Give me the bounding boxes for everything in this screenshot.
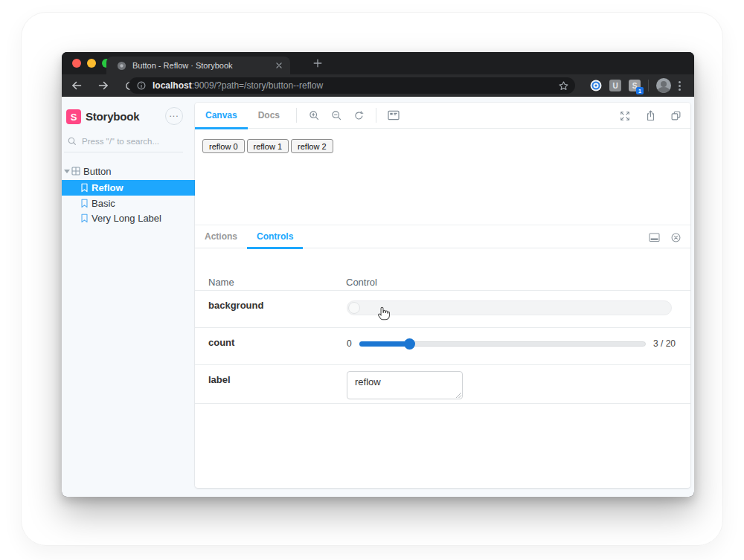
caret-down-icon[interactable] bbox=[64, 170, 70, 173]
sidebar-brand: S Storybook ... bbox=[62, 109, 195, 126]
screenshot-canvas: Button - Reflow · Storybook bbox=[0, 0, 744, 560]
sidebar-item-very-long-label[interactable]: Very Long Label bbox=[62, 210, 195, 225]
count-slider-thumb[interactable] bbox=[404, 338, 415, 350]
arg-name-count: count bbox=[208, 337, 234, 348]
tab-label: Controls bbox=[257, 231, 293, 242]
story-button-reflow-1[interactable]: reflow 1 bbox=[247, 139, 289, 153]
arg-name-label: label bbox=[208, 374, 231, 385]
browser-toolbar: localhost :9009/?path=/story/button--ref… bbox=[62, 74, 694, 97]
bookmark-icon bbox=[80, 183, 89, 193]
close-panel-icon[interactable] bbox=[670, 232, 682, 243]
range-value-label: 3 / 20 bbox=[653, 338, 676, 349]
browser-window: Button - Reflow · Storybook bbox=[62, 52, 694, 497]
tab-label: Docs bbox=[258, 110, 280, 120]
row-divider bbox=[195, 290, 690, 291]
sidebar-item-label: Very Long Label bbox=[92, 213, 161, 224]
ellipsis-icon: ... bbox=[169, 109, 179, 119]
search-input[interactable]: Press "/" to search... bbox=[62, 134, 195, 152]
tab-label: Actions bbox=[205, 231, 237, 242]
row-divider bbox=[195, 327, 690, 328]
sidebar-item-label: Reflow bbox=[92, 182, 124, 193]
arg-name-background: background bbox=[208, 300, 263, 311]
tab-label: Canvas bbox=[205, 110, 237, 120]
label-text-control[interactable]: reflow bbox=[347, 371, 463, 399]
bookmark-star-icon[interactable] bbox=[558, 80, 569, 91]
tab-actions[interactable]: Actions bbox=[195, 225, 247, 248]
zoom-reset-icon[interactable] bbox=[347, 103, 370, 129]
tab-close-icon[interactable] bbox=[274, 60, 284, 71]
zoom-in-icon[interactable] bbox=[303, 103, 325, 129]
url-bar[interactable]: localhost :9009/?path=/story/button--ref… bbox=[129, 77, 575, 94]
sidebar: S Storybook ... Press "/" to search... bbox=[62, 97, 195, 497]
tab-docs[interactable]: Docs bbox=[248, 103, 290, 129]
expand-icon[interactable] bbox=[616, 103, 634, 129]
browser-tab[interactable]: Button - Reflow · Storybook bbox=[106, 57, 290, 74]
sidebar-menu-button[interactable]: ... bbox=[165, 107, 183, 125]
column-header-control: Control bbox=[346, 277, 377, 288]
share-icon[interactable] bbox=[641, 103, 659, 129]
row-divider bbox=[195, 364, 690, 365]
background-addon-icon[interactable] bbox=[382, 103, 405, 129]
search-underline bbox=[64, 152, 183, 152]
count-slider-track[interactable] bbox=[359, 341, 646, 347]
component-icon bbox=[71, 167, 80, 176]
app-title: Storybook bbox=[86, 110, 139, 123]
background-color-control[interactable] bbox=[347, 300, 672, 315]
color-swatch[interactable] bbox=[348, 302, 360, 314]
sidebar-item-button[interactable]: Button bbox=[62, 163, 195, 179]
bookmark-icon bbox=[80, 213, 89, 223]
story-button-reflow-0[interactable]: reflow 0 bbox=[202, 139, 245, 153]
canvas-toolbar: Canvas Docs bbox=[195, 103, 690, 129]
toolbar-divider bbox=[296, 108, 297, 123]
extension-icon-1[interactable] bbox=[590, 80, 602, 91]
window-minimize-button[interactable] bbox=[87, 59, 96, 68]
panel-position-icon[interactable] bbox=[649, 233, 660, 242]
forward-icon[interactable] bbox=[97, 80, 109, 91]
tab-controls[interactable]: Controls bbox=[247, 225, 303, 248]
window-close-button[interactable] bbox=[72, 59, 81, 68]
copy-link-icon[interactable] bbox=[667, 103, 684, 129]
kebab-menu-icon[interactable] bbox=[679, 81, 681, 91]
story-button-reflow-2[interactable]: reflow 2 bbox=[291, 139, 333, 153]
window-controls bbox=[72, 59, 111, 68]
bookmark-icon bbox=[80, 199, 89, 208]
preview-card: Canvas Docs bbox=[195, 103, 690, 488]
tab-title: Button - Reflow · Storybook bbox=[132, 61, 269, 70]
profile-avatar[interactable] bbox=[656, 78, 671, 93]
extension-badge: 1 bbox=[636, 87, 644, 94]
search-placeholder: Press "/" to search... bbox=[82, 137, 159, 146]
back-icon[interactable] bbox=[71, 80, 83, 91]
extension-icon-s[interactable]: S 1 bbox=[629, 80, 641, 91]
storybook-logo: S bbox=[66, 109, 81, 124]
storybook-app: S Storybook ... Press "/" to search... bbox=[62, 97, 694, 497]
sidebar-item-label: Button bbox=[83, 166, 112, 177]
zoom-out-icon[interactable] bbox=[325, 103, 347, 129]
row-divider bbox=[195, 403, 690, 404]
column-header-name: Name bbox=[208, 277, 234, 288]
tab-favicon-icon bbox=[117, 61, 126, 71]
sidebar-item-label: Basic bbox=[92, 198, 115, 209]
extension-icon-u[interactable]: U bbox=[609, 80, 621, 91]
url-host: localhost bbox=[153, 80, 192, 91]
sidebar-item-basic[interactable]: Basic bbox=[62, 196, 195, 210]
new-tab-button[interactable] bbox=[312, 58, 323, 68]
toolbar-divider bbox=[376, 108, 376, 123]
browser-tab-bar: Button - Reflow · Storybook bbox=[62, 52, 694, 74]
search-icon bbox=[67, 136, 77, 147]
toolbar-divider bbox=[648, 80, 649, 91]
story-preview: reflow 0 reflow 1 reflow 2 bbox=[195, 129, 690, 225]
url-path: :9009/?path=/story/button--reflow bbox=[192, 80, 558, 91]
tab-canvas[interactable]: Canvas bbox=[195, 103, 248, 129]
extension-letter: U bbox=[612, 82, 618, 90]
range-min-label: 0 bbox=[347, 338, 352, 349]
info-icon[interactable] bbox=[136, 80, 147, 91]
addons-tab-bar: Actions Controls bbox=[195, 225, 690, 248]
sidebar-item-reflow[interactable]: Reflow bbox=[62, 180, 195, 196]
